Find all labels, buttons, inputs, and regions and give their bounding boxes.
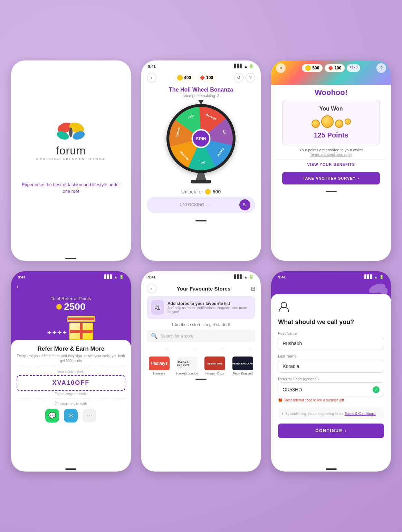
p6-status-icons: ▋▋▋▲🔋 [364,275,384,279]
nav-dot [326,191,337,192]
peter-logo[interactable]: PETER ENGLAND [232,357,253,370]
small-coin-1 [312,120,320,128]
coins-visual [288,115,374,128]
info-icon[interactable]: ? [246,73,255,83]
spin-wheel[interactable]: Coupon 1000 Message 400 Coupon 200 Messa… [166,104,236,173]
woohoo-body: Woohoo! You Won 125 Points Your points a… [271,85,391,187]
unlock-cost: Unlock for 500 [141,189,261,194]
phone3-header: ✕ 500 100 +125 ? [271,60,391,76]
like-stores-label: Like these stores to get started! [141,322,261,327]
unlocking-text: UNLOCKING . . . [152,202,240,207]
referral-hint: 🎁 Enter referral code to win a surprise … [278,398,384,402]
whatsapp-share-button[interactable]: 💬 [45,409,59,422]
p4-coin-icon [56,304,62,310]
svg-point-4 [69,127,73,137]
referral-code-input[interactable]: CR53HD ✓ [278,382,384,397]
search-input[interactable]: Search for a store [161,334,251,339]
nav-dot [195,379,207,380]
last-name-input[interactable]: Koradia [278,360,384,373]
terms-link[interactable]: Terms & Conditions. [345,412,375,416]
hackett-logo[interactable]: HACKETT LONDON [177,357,198,370]
p3-coin-badge: 500 [302,64,323,72]
diamond-icon [200,75,205,80]
p4-header: ‹ [11,281,131,293]
earn-more-desc: Every time you refer a friend and they s… [17,354,125,363]
svg-text:1000: 1000 [188,114,194,120]
wheel-stand [196,173,206,180]
p6-time: 9:41 [278,275,286,279]
phone3-currency: 500 100 +125 [302,64,360,72]
confetti-area: ✕ 500 100 +125 ? [271,60,391,85]
nav-dot [65,258,76,259]
search-icon: 🔍 [151,333,158,339]
ribbon-h2 [70,330,93,333]
points-amount: 125 Points [288,131,374,139]
hamleys-heart[interactable]: ♡ [162,345,172,355]
nav-dot [65,468,76,470]
hackett-heart[interactable]: ♡ [190,345,200,355]
close-button[interactable]: ✕ [276,63,286,73]
gift-icon: 🎁 [278,398,282,402]
big-coin [321,115,334,128]
store-item-hamleys: ♡ Hamleys Hamleys [147,345,172,375]
currency-badges: 400 100 [174,74,217,82]
first-name-input[interactable]: Rushabh [278,337,384,350]
p3-coin-icon [305,65,311,71]
profile-form-body: What should we call you? First Name Rush… [271,294,391,465]
wheel-title: The Holi Wheel Bonanza [141,85,261,94]
hamleys-logo[interactable]: Hamleys [149,357,170,370]
refresh-icon[interactable]: ↻ [239,199,250,210]
avatar-icon [278,301,384,315]
nav-dot [195,220,207,221]
wheel-container: Coupon 1000 Message 400 Coupon 200 Messa… [166,101,236,187]
promo-main: Add stores to your favourite list [168,301,251,306]
stars-decoration: ✦✦✦✦ [47,329,67,336]
info-circle-icon: ℹ [281,411,283,416]
won-card: You Won 125 Points [282,100,380,145]
haagen-logo[interactable]: Häagen-Dazs [204,357,225,370]
terms-agree: ℹ By continuing, you are agreeing to our… [278,408,384,419]
status-icons: ▋▋▋▲🔋 [234,64,254,68]
continue-button[interactable]: CONTINUE › [278,424,384,438]
filter-icon[interactable]: ⊞ [251,285,255,292]
referral-points-value: 2500 [17,301,125,312]
p4-back-arrow[interactable]: ‹ [17,284,18,290]
message-share-button[interactable]: ✉ [64,409,78,422]
peter-heart[interactable]: ♡ [246,345,255,355]
haagen-name: Haagen-Dazs [205,372,224,375]
back-button[interactable]: ‹ [147,73,156,83]
referral-points-label: Total Referral Points [17,296,125,301]
gift-body [69,323,93,340]
p4-time: 9:41 [18,275,26,279]
status-bar-p6: 9:41 ▋▋▋▲🔋 [271,271,391,281]
p5-title: Your Favourite Stores [177,286,231,292]
take-survey-button[interactable]: TAKE ANOTHER SURVEY › [282,172,380,184]
stores-promo: 🛍 Add stores to your favourite list And … [147,296,256,319]
hackett-name: Hackett London [176,372,198,375]
spin-button[interactable]: SPIN [191,129,210,148]
view-benefits-button[interactable]: VIEW YOUR BENEFITS [277,159,385,169]
heart-icon: 🛍 [154,304,161,311]
phone-profile-form: 9:41 ▋▋▋▲🔋 What should we call you? Firs… [271,271,391,472]
svg-text:400: 400 [222,130,226,135]
referral-code[interactable]: XVA10OFF [17,375,125,391]
divider2 [17,399,125,399]
phone-forum-splash: forum A PRESTIGE GROUP ENTERPRISE Experi… [11,60,131,261]
haagen-heart[interactable]: ♡ [218,345,228,355]
p3-help-icon[interactable]: ? [376,63,386,73]
p5-status-icons: ▋▋▋▲🔋 [234,275,254,279]
unlock-bar: UNLOCKING . . . ↻ [147,197,256,213]
store-item-peter: ♡ PETER ENGLAND Peter England [230,345,256,375]
status-bar: 9:41 ▋▋▋▲🔋 [141,60,261,70]
phone-woohoo: ✕ 500 100 +125 ? Woohoo! You Won [271,60,391,261]
search-bar[interactable]: 🔍 Search for a store [147,330,256,342]
more-share-button[interactable]: ⋯ [83,409,96,422]
unlock-coin [205,189,211,194]
p5-back-button[interactable]: ‹ [147,284,156,293]
last-name-label: Last Name [278,354,384,358]
terms-conditions[interactable]: Terms and conditions apply [277,153,385,156]
wheel-base [191,180,211,183]
arrow-right-icon: › [358,176,360,180]
history-icon[interactable]: ↺ [234,73,243,83]
diamond-badge: 100 [197,74,217,82]
